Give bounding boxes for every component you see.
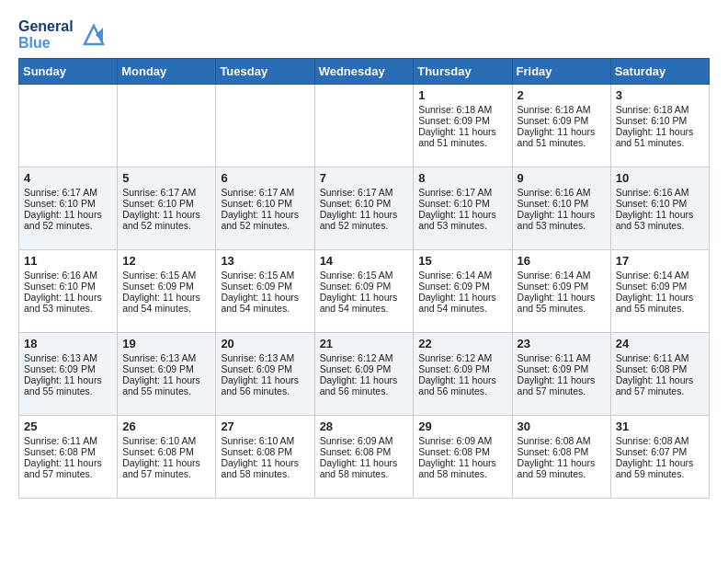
day-number: 17 bbox=[616, 254, 704, 268]
weekday-header-friday: Friday bbox=[512, 59, 610, 85]
sunset: Sunset: 6:10 PM bbox=[616, 115, 688, 126]
daylight: Daylight: 11 hours and 58 minutes. bbox=[320, 457, 398, 479]
calendar-cell: 3Sunrise: 6:18 AMSunset: 6:10 PMDaylight… bbox=[610, 85, 709, 167]
sunset: Sunset: 6:08 PM bbox=[320, 446, 392, 457]
daylight: Daylight: 11 hours and 53 minutes. bbox=[518, 209, 596, 231]
daylight: Daylight: 11 hours and 57 minutes. bbox=[518, 374, 596, 396]
day-number: 20 bbox=[221, 337, 309, 350]
day-number: 29 bbox=[418, 419, 506, 433]
calendar-table: SundayMondayTuesdayWednesdayThursdayFrid… bbox=[18, 58, 710, 499]
sunset: Sunset: 6:08 PM bbox=[122, 446, 194, 457]
calendar-cell bbox=[19, 85, 118, 167]
calendar-cell: 16Sunrise: 6:14 AMSunset: 6:09 PMDayligh… bbox=[512, 250, 610, 333]
sunrise: Sunrise: 6:14 AM bbox=[418, 270, 492, 281]
weekday-header-monday: Monday bbox=[118, 59, 216, 85]
calendar-cell: 24Sunrise: 6:11 AMSunset: 6:08 PMDayligh… bbox=[610, 333, 709, 416]
calendar-cell: 15Sunrise: 6:14 AMSunset: 6:09 PMDayligh… bbox=[414, 250, 512, 333]
sunset: Sunset: 6:10 PM bbox=[24, 281, 96, 292]
sunrise: Sunrise: 6:10 AM bbox=[221, 435, 294, 446]
day-number: 5 bbox=[122, 171, 210, 185]
daylight: Daylight: 11 hours and 57 minutes. bbox=[122, 457, 200, 479]
calendar-cell bbox=[314, 85, 414, 167]
daylight: Daylight: 11 hours and 54 minutes. bbox=[320, 292, 398, 314]
sunrise: Sunrise: 6:15 AM bbox=[320, 270, 393, 281]
weekday-header-tuesday: Tuesday bbox=[216, 59, 314, 85]
day-number: 31 bbox=[616, 419, 704, 433]
calendar-cell: 14Sunrise: 6:15 AMSunset: 6:09 PMDayligh… bbox=[314, 250, 414, 333]
calendar-cell bbox=[216, 85, 314, 167]
day-number: 3 bbox=[616, 88, 704, 102]
day-number: 12 bbox=[122, 254, 210, 268]
sunset: Sunset: 6:10 PM bbox=[221, 198, 292, 209]
calendar-cell: 27Sunrise: 6:10 AMSunset: 6:08 PMDayligh… bbox=[216, 416, 314, 499]
sunrise: Sunrise: 6:14 AM bbox=[518, 270, 591, 281]
sunrise: Sunrise: 6:09 AM bbox=[320, 435, 393, 446]
sunrise: Sunrise: 6:11 AM bbox=[616, 352, 689, 363]
sunrise: Sunrise: 6:12 AM bbox=[320, 352, 393, 363]
sunset: Sunset: 6:09 PM bbox=[518, 115, 589, 126]
day-number: 18 bbox=[24, 337, 112, 350]
calendar-cell: 21Sunrise: 6:12 AMSunset: 6:09 PMDayligh… bbox=[314, 333, 414, 416]
daylight: Daylight: 11 hours and 51 minutes. bbox=[418, 126, 496, 148]
daylight: Daylight: 11 hours and 54 minutes. bbox=[418, 292, 496, 314]
day-number: 15 bbox=[418, 254, 506, 268]
day-number: 7 bbox=[320, 171, 409, 185]
sunrise: Sunrise: 6:16 AM bbox=[518, 187, 591, 198]
sunrise: Sunrise: 6:13 AM bbox=[221, 352, 294, 363]
sunset: Sunset: 6:08 PM bbox=[518, 446, 589, 457]
logo: General Blue bbox=[18, 18, 107, 51]
sunrise: Sunrise: 6:17 AM bbox=[221, 187, 294, 198]
calendar-cell: 6Sunrise: 6:17 AMSunset: 6:10 PMDaylight… bbox=[216, 167, 314, 250]
calendar-cell: 4Sunrise: 6:17 AMSunset: 6:10 PMDaylight… bbox=[19, 167, 118, 250]
sunset: Sunset: 6:09 PM bbox=[616, 281, 688, 292]
sunrise: Sunrise: 6:16 AM bbox=[24, 270, 97, 281]
sunrise: Sunrise: 6:08 AM bbox=[518, 435, 591, 446]
sunset: Sunset: 6:09 PM bbox=[518, 281, 589, 292]
sunrise: Sunrise: 6:11 AM bbox=[518, 352, 591, 363]
daylight: Daylight: 11 hours and 52 minutes. bbox=[221, 209, 299, 231]
sunset: Sunset: 6:08 PM bbox=[24, 446, 96, 457]
weekday-header-sunday: Sunday bbox=[19, 59, 118, 85]
sunset: Sunset: 6:07 PM bbox=[616, 446, 688, 457]
calendar-cell: 1Sunrise: 6:18 AMSunset: 6:09 PMDaylight… bbox=[414, 85, 512, 167]
calendar-cell: 20Sunrise: 6:13 AMSunset: 6:09 PMDayligh… bbox=[216, 333, 314, 416]
sunrise: Sunrise: 6:12 AM bbox=[418, 352, 492, 363]
sunrise: Sunrise: 6:15 AM bbox=[122, 270, 196, 281]
day-number: 2 bbox=[518, 88, 606, 102]
daylight: Daylight: 11 hours and 59 minutes. bbox=[616, 457, 694, 479]
calendar-cell: 19Sunrise: 6:13 AMSunset: 6:09 PMDayligh… bbox=[118, 333, 216, 416]
daylight: Daylight: 11 hours and 56 minutes. bbox=[418, 374, 496, 396]
sunset: Sunset: 6:09 PM bbox=[518, 363, 589, 374]
sunrise: Sunrise: 6:17 AM bbox=[122, 187, 196, 198]
day-number: 16 bbox=[518, 254, 606, 268]
sunrise: Sunrise: 6:11 AM bbox=[24, 435, 97, 446]
calendar-cell: 10Sunrise: 6:16 AMSunset: 6:10 PMDayligh… bbox=[610, 167, 709, 250]
daylight: Daylight: 11 hours and 51 minutes. bbox=[518, 126, 596, 148]
sunset: Sunset: 6:09 PM bbox=[418, 281, 490, 292]
sunset: Sunset: 6:08 PM bbox=[418, 446, 490, 457]
day-number: 27 bbox=[221, 419, 309, 433]
sunset: Sunset: 6:10 PM bbox=[418, 198, 490, 209]
day-number: 6 bbox=[221, 171, 309, 185]
daylight: Daylight: 11 hours and 58 minutes. bbox=[418, 457, 496, 479]
sunset: Sunset: 6:08 PM bbox=[616, 363, 688, 374]
day-number: 1 bbox=[418, 88, 506, 102]
calendar-cell: 23Sunrise: 6:11 AMSunset: 6:09 PMDayligh… bbox=[512, 333, 610, 416]
calendar-cell: 26Sunrise: 6:10 AMSunset: 6:08 PMDayligh… bbox=[118, 416, 216, 499]
sunset: Sunset: 6:10 PM bbox=[122, 198, 194, 209]
sunrise: Sunrise: 6:08 AM bbox=[616, 435, 689, 446]
day-number: 8 bbox=[418, 171, 506, 185]
calendar-cell: 13Sunrise: 6:15 AMSunset: 6:09 PMDayligh… bbox=[216, 250, 314, 333]
sunset: Sunset: 6:10 PM bbox=[518, 198, 589, 209]
daylight: Daylight: 11 hours and 58 minutes. bbox=[221, 457, 299, 479]
sunset: Sunset: 6:09 PM bbox=[418, 115, 490, 126]
day-number: 13 bbox=[221, 254, 309, 268]
day-number: 14 bbox=[320, 254, 409, 268]
calendar-cell: 5Sunrise: 6:17 AMSunset: 6:10 PMDaylight… bbox=[118, 167, 216, 250]
day-number: 25 bbox=[24, 419, 112, 433]
day-number: 28 bbox=[320, 419, 409, 433]
page-header: General Blue bbox=[18, 18, 710, 51]
calendar-cell: 12Sunrise: 6:15 AMSunset: 6:09 PMDayligh… bbox=[118, 250, 216, 333]
sunrise: Sunrise: 6:13 AM bbox=[122, 352, 196, 363]
calendar-cell: 7Sunrise: 6:17 AMSunset: 6:10 PMDaylight… bbox=[314, 167, 414, 250]
